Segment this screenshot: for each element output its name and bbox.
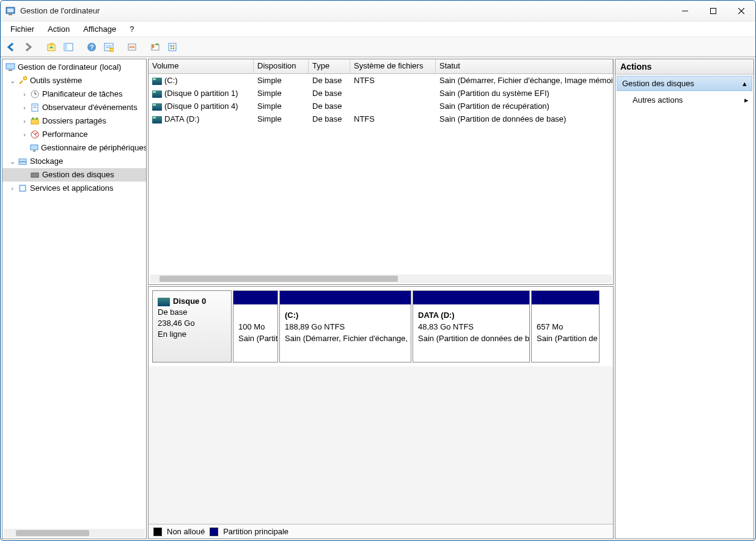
properties-button[interactable] <box>164 39 180 55</box>
expand-icon[interactable]: › <box>20 87 29 101</box>
services-icon <box>17 183 28 193</box>
expand-icon[interactable]: › <box>20 101 29 114</box>
volume-row[interactable]: (Disque 0 partition 1)SimpleDe baseSain … <box>149 87 613 100</box>
disk-map: Disque 0 De base 238,46 Go En ligne 100 … <box>148 286 614 539</box>
disk-row: Disque 0 De base 238,46 Go En ligne 100 … <box>152 290 609 363</box>
col-type[interactable]: Type <box>309 59 350 73</box>
partition-header <box>233 291 277 304</box>
tree-disk-management[interactable]: Gestion des disques <box>2 168 146 182</box>
tree-label: Planificateur de tâches <box>42 87 123 101</box>
partition[interactable]: 657 MoSain (Partition de récupération) <box>531 290 600 363</box>
tree-shared-folders[interactable]: › Dossiers partagés <box>2 114 146 128</box>
up-button[interactable] <box>43 39 59 55</box>
volume-list-body[interactable]: (C:)SimpleDe baseNTFSSain (Démarrer, Fic… <box>149 74 613 284</box>
expand-icon[interactable]: › <box>20 114 29 128</box>
partition[interactable]: 100 MoSain (Partition du système EFI) <box>233 290 278 363</box>
volume-layout: Simple <box>254 101 309 111</box>
partition-title: (C:) <box>285 311 298 320</box>
col-status[interactable]: Statut <box>436 59 613 73</box>
volume-icon <box>152 78 162 85</box>
forward-button[interactable] <box>20 39 36 55</box>
help-button[interactable]: ? <box>84 39 100 55</box>
volume-list-scrollbar[interactable] <box>150 274 612 283</box>
partition-status: Sain (Partition de données de base) <box>418 333 524 344</box>
volume-row[interactable]: (C:)SimpleDe baseNTFSSain (Démarrer, Fic… <box>149 74 613 87</box>
tree-performance[interactable]: › Performance <box>2 128 146 141</box>
volume-type: De base <box>309 101 350 111</box>
expand-icon[interactable]: › <box>7 182 17 195</box>
maximize-button[interactable] <box>699 1 727 21</box>
volume-type: De base <box>309 75 350 86</box>
back-button[interactable] <box>3 39 19 55</box>
disk-partitions: 100 MoSain (Partition du système EFI)(C:… <box>233 290 609 363</box>
partition-size: 100 Mo <box>238 321 273 333</box>
menu-action[interactable]: Action <box>42 23 76 35</box>
show-hide-tree-button[interactable] <box>61 39 76 55</box>
partition-status: Sain (Partition de récupération) <box>537 333 594 344</box>
tree-task-scheduler[interactable]: › Planificateur de tâches <box>2 87 146 101</box>
volume-name: (Disque 0 partition 1) <box>164 89 238 98</box>
tree-root[interactable]: Gestion de l'ordinateur (local) <box>2 61 146 74</box>
svg-rect-33 <box>31 119 39 124</box>
window: Gestion de l'ordinateur Fichier Action A… <box>0 0 756 541</box>
collapse-icon[interactable]: ⌄ <box>7 74 17 87</box>
legend: Non alloué Partition principale <box>149 524 613 539</box>
partition[interactable]: (C:)188,89 Go NTFSSain (Démarrer, Fichie… <box>279 290 411 363</box>
disk-info[interactable]: Disque 0 De base 238,46 Go En ligne <box>152 290 232 363</box>
svg-rect-40 <box>33 150 35 152</box>
menu-view[interactable]: Affichage <box>77 23 122 35</box>
tree-device-manager[interactable]: Gestionnaire de périphériques <box>2 141 146 155</box>
nav-tree[interactable]: Gestion de l'ordinateur (local) ⌄ Outils… <box>2 59 146 196</box>
volume-row[interactable]: (Disque 0 partition 4)SimpleDe baseSain … <box>149 100 613 112</box>
disk-icon <box>158 298 170 306</box>
col-layout[interactable]: Disposition <box>254 59 309 73</box>
close-button[interactable] <box>727 1 755 21</box>
volume-row[interactable]: DATA (D:)SimpleDe baseNTFSSain (Partitio… <box>149 112 613 125</box>
tree-label: Services et applications <box>30 182 114 195</box>
legend-unallocated-swatch <box>153 528 162 536</box>
tree-sys-tools[interactable]: ⌄ Outils système <box>2 74 146 87</box>
svg-point-35 <box>35 117 38 120</box>
tree-event-viewer[interactable]: › Observateur d'événements <box>2 101 146 114</box>
tree-storage[interactable]: ⌄ Stockage <box>2 155 146 168</box>
volume-status: Sain (Partition du système EFI) <box>436 88 613 98</box>
volume-status: Sain (Partition de données de base) <box>436 114 613 124</box>
partition[interactable]: DATA (D:)48,83 Go NTFSSain (Partition de… <box>413 290 530 363</box>
tree-services-apps[interactable]: › Services et applications <box>2 182 146 195</box>
disk-name: Disque 0 <box>173 296 206 306</box>
tree-label: Stockage <box>30 155 63 168</box>
partition-size: 188,89 Go NTFS <box>285 321 406 333</box>
clock-icon <box>29 89 40 99</box>
svg-point-44 <box>37 174 38 175</box>
menu-help[interactable]: ? <box>123 23 140 35</box>
tree-label: Dossiers partagés <box>42 114 106 128</box>
expand-icon[interactable]: › <box>20 128 29 141</box>
menu-file[interactable]: Fichier <box>4 23 40 35</box>
actions-section[interactable]: Gestion des disques ▴ <box>617 76 752 91</box>
col-filesystem[interactable]: Système de fichiers <box>350 59 436 73</box>
disk-state: En ligne <box>158 329 226 340</box>
tools-icon <box>17 76 28 86</box>
col-volume[interactable]: Volume <box>149 59 254 73</box>
volume-fs: NTFS <box>350 114 436 124</box>
legend-primary-label: Partition principale <box>223 527 288 536</box>
collapse-icon[interactable]: ⌄ <box>7 155 17 168</box>
svg-rect-46 <box>21 186 24 190</box>
actions-section-label: Gestion des disques <box>622 79 694 88</box>
tree-horizontal-scrollbar[interactable] <box>4 529 145 537</box>
chevron-up-icon: ▴ <box>743 79 747 88</box>
details-button[interactable] <box>101 39 117 55</box>
menubar: Fichier Action Affichage ? <box>1 21 755 37</box>
legend-primary-swatch <box>210 528 218 536</box>
app-icon <box>6 6 15 16</box>
action-button[interactable] <box>147 39 163 55</box>
device-icon <box>29 143 39 153</box>
volume-type: De base <box>309 88 350 98</box>
volume-type: De base <box>309 114 350 124</box>
svg-rect-2 <box>9 14 12 15</box>
minimize-button[interactable] <box>671 1 699 21</box>
refresh-button[interactable] <box>124 39 140 55</box>
tree-label: Performance <box>42 128 87 141</box>
event-icon <box>29 103 40 112</box>
actions-more[interactable]: Autres actions ▸ <box>615 92 754 108</box>
